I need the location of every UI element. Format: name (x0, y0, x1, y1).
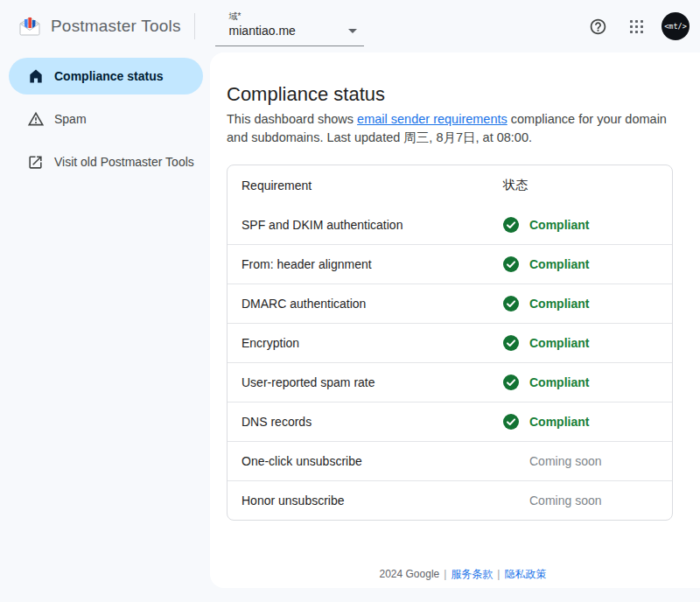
status-cell: Compliant (503, 414, 672, 430)
external-link-icon (27, 153, 45, 171)
table-row: Encryption Compliant (228, 323, 672, 362)
sidebar-item-spam[interactable]: Spam (9, 101, 203, 137)
header-actions: <mt/> (581, 10, 700, 43)
sidebar-item-label: Compliance status (54, 69, 163, 83)
footer-copyright: 2024 Google (380, 568, 440, 580)
table-row: DMARC authentication Compliant (228, 284, 672, 323)
sidebar-item-visit-old-postmaster-tools[interactable]: Visit old Postmaster Tools (9, 144, 203, 180)
status-cell: Coming soon (503, 493, 672, 508)
footer-separator: | (497, 568, 500, 580)
app-title: Postmaster Tools (51, 17, 181, 36)
requirement-cell: Honor unsubscribe (228, 494, 503, 508)
dropdown-arrow-icon (348, 29, 357, 33)
header-divider (194, 13, 195, 39)
terms-of-service-link[interactable]: 服务条款 (451, 568, 493, 580)
column-header-status: 状态 (503, 178, 672, 193)
status-label: Compliant (529, 218, 589, 232)
compliant-check-icon (503, 335, 519, 351)
sidebar-nav: Compliance status Spam Visit old Postmas… (0, 52, 210, 602)
table-row: SPF and DKIM authentication Compliant (228, 205, 672, 244)
table-header-row: Requirement 状态 (228, 165, 672, 205)
page-description: This dashboard shows email sender requir… (227, 110, 676, 147)
apps-grid-icon (629, 19, 644, 34)
table-row: Honor unsubscribe Coming soon (228, 480, 672, 520)
status-cell: Compliant (503, 374, 672, 390)
main-content-card: Compliance status This dashboard shows e… (210, 52, 700, 588)
domain-selector[interactable]: 域* miantiao.me (215, 6, 364, 46)
card-footer: 2024 Google|服务条款|隐私政策 (227, 567, 699, 582)
requirement-cell: One-click unsubscribe (228, 454, 503, 468)
compliance-table: Requirement 状态 SPF and DKIM authenticati… (227, 164, 673, 521)
status-label: Coming soon (529, 494, 602, 508)
table-row: From: header alignment Compliant (228, 244, 672, 284)
apps-grid-button[interactable] (620, 10, 653, 43)
compliant-check-icon (503, 296, 519, 312)
warning-icon (27, 110, 45, 128)
requirement-cell: Encryption (228, 336, 503, 350)
status-cell: Compliant (503, 217, 672, 233)
status-cell: Compliant (503, 256, 672, 272)
account-avatar[interactable]: <mt/> (662, 12, 690, 40)
help-icon (589, 18, 607, 36)
table-row: User-reported spam rate Compliant (228, 362, 672, 402)
requirement-cell: User-reported spam rate (228, 375, 503, 389)
requirement-cell: DNS records (228, 415, 503, 429)
description-prefix: This dashboard shows (227, 112, 357, 126)
status-label: Compliant (529, 336, 589, 350)
sidebar-item-compliance-status[interactable]: Compliance status (9, 58, 203, 94)
status-cell: Coming soon (503, 453, 672, 469)
status-label: Compliant (529, 415, 589, 429)
status-cell: Compliant (503, 296, 672, 312)
page-title: Compliance status (227, 83, 699, 106)
status-label: Compliant (529, 375, 589, 389)
status-label: Compliant (529, 297, 589, 311)
top-app-bar: Postmaster Tools 域* miantiao.me <mt/> (0, 0, 700, 52)
brand: Postmaster Tools (0, 15, 181, 38)
compliant-check-icon (503, 414, 519, 430)
home-icon (27, 67, 45, 85)
compliant-check-icon (503, 374, 519, 390)
domain-selector-value: miantiao.me (229, 22, 296, 39)
requirement-cell: DMARC authentication (228, 297, 503, 311)
sidebar-item-label: Spam (54, 112, 87, 126)
compliant-check-icon (503, 217, 519, 233)
status-label: Compliant (529, 257, 589, 271)
privacy-policy-link[interactable]: 隐私政策 (504, 568, 546, 580)
table-row: DNS records Compliant (228, 402, 672, 441)
email-sender-requirements-link[interactable]: email sender requirements (357, 112, 508, 126)
domain-selector-label: 域* (229, 10, 357, 22)
footer-separator: | (444, 568, 446, 580)
requirement-cell: SPF and DKIM authentication (228, 218, 503, 232)
table-row: One-click unsubscribe Coming soon (228, 441, 672, 480)
compliance-table-body: SPF and DKIM authentication Compliant Fr… (228, 205, 672, 520)
status-cell: Compliant (503, 335, 672, 351)
column-header-requirement: Requirement (228, 178, 503, 192)
help-button[interactable] (581, 10, 614, 43)
postmaster-tools-logo-icon (18, 15, 42, 38)
compliant-check-icon (503, 256, 519, 272)
sidebar-item-label: Visit old Postmaster Tools (54, 155, 194, 169)
requirement-cell: From: header alignment (228, 257, 503, 271)
status-label: Coming soon (529, 454, 602, 468)
